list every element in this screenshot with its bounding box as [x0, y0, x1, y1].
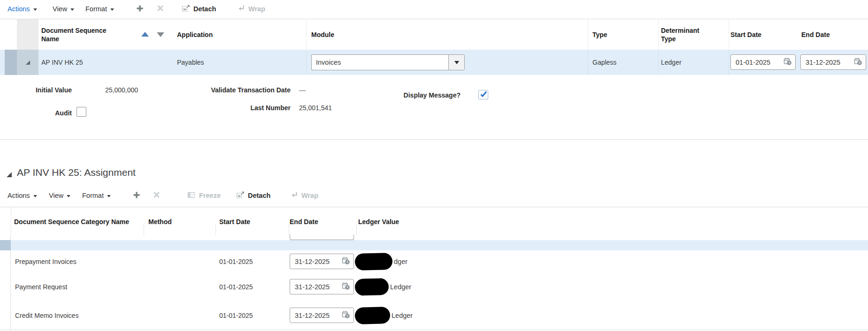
calendar-clock-icon[interactable]	[342, 256, 350, 266]
column-header-start-date[interactable]: Start Date	[730, 19, 761, 50]
sort-ascending-icon[interactable]	[141, 32, 149, 37]
column-header-module[interactable]: Module	[311, 19, 334, 50]
detach-icon	[182, 4, 190, 14]
sort-descending-icon[interactable]	[157, 32, 164, 37]
assignment-row[interactable]: Prepayment Invoices 01-01-2025 31-12-202…	[0, 250, 868, 273]
row-selector-cell[interactable]	[0, 240, 11, 250]
column-header-application[interactable]: Application	[177, 19, 213, 50]
ledger-value-text: Ledger	[390, 283, 411, 291]
delete-row-button[interactable]	[153, 188, 160, 203]
end-date-input[interactable]: 31-12-2025	[800, 54, 866, 70]
end-date-value: 31-12-2025	[806, 59, 840, 66]
delete-row-button[interactable]	[157, 0, 164, 18]
clipped-date-input[interactable]	[290, 234, 354, 240]
cell-start-date: 01-01-2025	[219, 272, 253, 301]
row-expander-cell[interactable]	[17, 50, 38, 75]
detach-button[interactable]: Detach	[182, 0, 216, 18]
chevron-down-icon	[33, 8, 37, 11]
module-dropdown[interactable]: Invoices	[311, 54, 465, 70]
cell-ledger-value: dger	[355, 250, 407, 272]
cell-ledger-value: Ledger	[355, 301, 413, 330]
chevron-down-icon	[454, 61, 459, 64]
column-header-determinant-type[interactable]: Determinant Type	[661, 19, 714, 50]
audit-checkbox[interactable]	[77, 107, 86, 117]
initial-value-label: Initial Value	[0, 85, 72, 95]
actions-menu[interactable]: Actions	[8, 188, 37, 203]
view-menu[interactable]: View	[49, 188, 70, 203]
ledger-value-text: dger	[394, 258, 407, 265]
column-header-method[interactable]: Method	[148, 207, 172, 236]
row-selector-cell[interactable]	[0, 272, 11, 301]
sequence-table-header: Document Sequence Name Application Modul…	[0, 19, 868, 51]
calendar-clock-icon[interactable]	[784, 57, 792, 67]
cell-start-date: 01-01-2025	[219, 301, 253, 330]
calendar-clock-icon[interactable]	[854, 57, 862, 67]
freeze-icon	[187, 191, 196, 201]
cell-ledger-value: Ledger	[355, 272, 411, 301]
actions-menu-label: Actions	[8, 5, 30, 13]
module-dropdown-button[interactable]	[448, 54, 465, 70]
checkmark-icon	[480, 91, 487, 99]
column-header-ledger-value[interactable]: Ledger Value	[358, 207, 399, 236]
sequence-row-selected[interactable]: AP INV HK 25 Payables Invoices Gapless L…	[0, 50, 868, 75]
assignment-row[interactable]: Credit Memo Invoices 01-01-2025 31-12-20…	[0, 301, 868, 330]
column-header-name[interactable]: Document Sequence Name	[41, 19, 123, 50]
initial-value: 25,000,000	[105, 85, 138, 95]
close-icon	[157, 5, 164, 13]
row-selector-cell[interactable]	[0, 301, 11, 330]
column-header-end-date[interactable]: End Date	[801, 19, 830, 50]
chevron-down-icon	[107, 195, 111, 197]
detach-button[interactable]: Detach	[236, 188, 270, 203]
wrap-button[interactable]: Wrap	[237, 0, 265, 18]
audit-label: Audit	[0, 108, 72, 118]
validate-transaction-date-label: Validate Transaction Date	[141, 85, 291, 95]
cell-start-date: 01-01-2025	[219, 250, 253, 272]
actions-menu-label: Actions	[8, 192, 30, 199]
redaction-mark	[355, 278, 389, 296]
cell-category-name: Credit Memo Invoices	[15, 301, 78, 330]
add-row-button[interactable]	[133, 188, 140, 203]
cell-type: Gapless	[592, 50, 616, 75]
format-menu[interactable]: Format	[82, 188, 111, 203]
display-message-checkbox[interactable]	[478, 90, 488, 99]
wrap-button-label: Wrap	[248, 5, 265, 13]
calendar-clock-icon[interactable]	[342, 310, 350, 320]
assignment-row-partial-selected[interactable]	[0, 240, 868, 250]
plus-icon	[133, 191, 140, 200]
end-date-value: 31-12-2025	[295, 312, 330, 319]
freeze-button[interactable]: Freeze	[187, 188, 221, 203]
assignment-row-clipped	[0, 235, 868, 240]
sequence-toolbar: Actions View Format Detach Wrap	[0, 0, 868, 18]
column-header-type[interactable]: Type	[592, 19, 607, 50]
view-menu[interactable]: View	[53, 0, 74, 18]
column-header-category-name[interactable]: Document Sequence Category Name	[14, 207, 131, 236]
end-date-input[interactable]: 31-12-2025	[290, 254, 354, 269]
cell-category-name: Prepayment Invoices	[15, 250, 77, 272]
column-header-end-date[interactable]: End Date	[290, 207, 318, 236]
row-selector-cell[interactable]	[5, 50, 17, 75]
detach-icon	[236, 191, 245, 201]
column-header-start-date[interactable]: Start Date	[219, 207, 250, 236]
format-menu[interactable]: Format	[85, 0, 114, 18]
format-menu-label: Format	[82, 192, 104, 199]
assignment-section-title: AP INV HK 25: Assignment	[17, 167, 136, 178]
assignment-row[interactable]: Payment Request 01-01-2025 31-12-2025 Le…	[0, 272, 868, 302]
end-date-input[interactable]: 31-12-2025	[290, 279, 354, 294]
last-number-label: Last Number	[141, 103, 291, 113]
start-date-input[interactable]: 01-01-2025	[730, 54, 796, 70]
end-date-input[interactable]: 31-12-2025	[290, 308, 354, 323]
wrap-button-label: Wrap	[301, 192, 318, 199]
row-selector-cell[interactable]	[0, 250, 11, 272]
row-expanded-icon	[26, 60, 30, 65]
calendar-clock-icon[interactable]	[342, 282, 350, 292]
redaction-mark	[355, 307, 391, 324]
actions-menu[interactable]: Actions	[8, 0, 37, 18]
display-message-label: Display Message?	[357, 90, 461, 100]
chevron-down-icon	[70, 8, 74, 11]
add-row-button[interactable]	[136, 0, 144, 18]
document-sequences-page: Actions View Format Detach Wrap	[0, 0, 868, 331]
view-menu-label: View	[53, 5, 67, 13]
wrap-button[interactable]: Wrap	[290, 188, 318, 203]
format-menu-label: Format	[85, 5, 107, 13]
section-collapse-icon[interactable]	[7, 172, 12, 177]
